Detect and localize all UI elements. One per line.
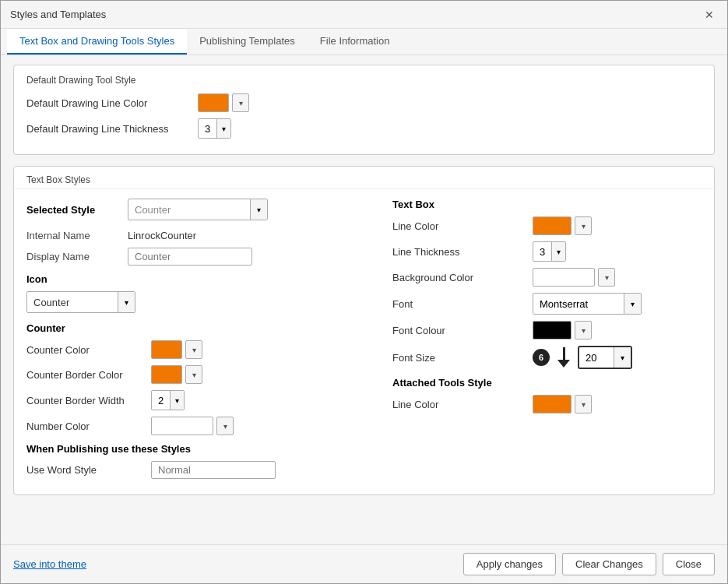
counter-color-control: ▾ <box>151 340 202 359</box>
drawing-line-color-btn[interactable] <box>198 93 229 112</box>
font-colour-row: Font Colour ▾ <box>392 321 702 339</box>
window-title: Styles and Templates <box>10 9 106 20</box>
drawing-line-color-label: Default Drawing Line Color <box>26 97 198 109</box>
counter-border-width-dropdown[interactable]: 2 ▾ <box>151 390 185 410</box>
tbs-left: Selected Style Counter ▾ Internal Name L… <box>26 199 361 485</box>
drawing-line-thickness-dropdown[interactable]: 3 ▾ <box>198 118 231 139</box>
attached-line-color-row: Line Color ▾ <box>392 395 702 413</box>
footer: Save into theme Apply changes Clear Chan… <box>1 544 727 583</box>
display-name-input[interactable] <box>128 248 252 266</box>
clear-changes-button[interactable]: Clear Changes <box>562 553 656 575</box>
line-color-row: Line Color ▾ <box>392 216 702 235</box>
font-colour-arrow[interactable]: ▾ <box>575 321 592 339</box>
tab-text-box[interactable]: Text Box and Drawing Tools Styles <box>7 29 187 55</box>
font-arrow[interactable]: ▾ <box>624 294 641 314</box>
icon-value: Counter <box>27 294 118 311</box>
main-window: Styles and Templates ✕ Text Box and Draw… <box>0 0 728 584</box>
line-color-arrow[interactable]: ▾ <box>575 216 592 235</box>
arrow-stem <box>563 347 565 360</box>
tab-publishing[interactable]: Publishing Templates <box>187 29 308 55</box>
save-into-theme-button[interactable]: Save into theme <box>13 558 86 570</box>
line-color-control: ▾ <box>533 216 592 235</box>
counter-border-width-label: Counter Border Width <box>26 395 151 406</box>
background-color-control: ▾ <box>533 268 615 287</box>
line-color-label: Line Color <box>392 220 533 232</box>
counter-border-color-label: Counter Border Color <box>26 369 151 381</box>
attached-line-color-arrow[interactable]: ▾ <box>575 395 592 413</box>
apply-changes-button[interactable]: Apply changes <box>463 553 556 575</box>
font-size-annotation-badge: 6 <box>533 349 550 366</box>
arrow-head <box>557 360 570 368</box>
counter-border-color-btn[interactable] <box>151 365 182 384</box>
drawing-line-thickness-arrow[interactable]: ▾ <box>216 119 230 138</box>
number-color-control: ▾ <box>151 417 234 435</box>
background-color-btn[interactable] <box>533 268 595 287</box>
font-size-row: Font Size 6 20 ▾ <box>392 346 702 369</box>
font-size-value: 20 <box>579 350 614 366</box>
counter-border-width-arrow[interactable]: ▾ <box>170 391 184 410</box>
font-row: Font Montserrat ▾ <box>392 293 702 315</box>
font-colour-btn[interactable] <box>533 321 571 339</box>
drawing-tool-section: Default Drawing Tool Style Default Drawi… <box>13 65 715 155</box>
attached-tools-heading: Attached Tools Style <box>392 377 702 389</box>
drawing-line-thickness-control: 3 ▾ <box>198 118 231 139</box>
tab-file-info[interactable]: File Information <box>308 29 403 55</box>
font-dropdown[interactable]: Montserrat ▾ <box>533 293 642 315</box>
drawing-line-color-row: Default Drawing Line Color ▾ <box>26 93 702 112</box>
font-size-arrow[interactable]: ▾ <box>614 347 631 368</box>
drawing-line-color-arrow[interactable]: ▾ <box>232 93 249 112</box>
counter-color-label: Counter Color <box>26 344 151 356</box>
selected-style-dropdown[interactable]: Counter ▾ <box>128 199 268 220</box>
drawing-line-thickness-label: Default Drawing Line Thickness <box>26 123 198 135</box>
display-name-label: Display Name <box>26 251 128 262</box>
counter-color-row: Counter Color ▾ <box>26 340 361 359</box>
use-word-style-label: Use Word Style <box>26 464 151 476</box>
number-color-row: Number Color ▾ <box>26 417 361 435</box>
counter-border-width-value: 2 <box>152 393 170 408</box>
number-color-label: Number Color <box>26 420 151 432</box>
line-thickness-arrow[interactable]: ▾ <box>551 242 565 261</box>
number-color-arrow[interactable]: ▾ <box>216 417 234 435</box>
selected-style-row: Selected Style Counter ▾ <box>26 199 361 220</box>
attached-line-color-btn[interactable] <box>533 395 571 413</box>
close-button[interactable]: Close <box>663 553 715 575</box>
icon-dropdown[interactable]: Counter ▾ <box>26 291 135 313</box>
font-value: Montserrat <box>533 295 624 313</box>
internal-name-value: LinrockCounter <box>128 230 196 241</box>
selected-style-label: Selected Style <box>26 204 128 216</box>
internal-name-row: Internal Name LinrockCounter <box>26 230 361 241</box>
selected-style-arrow[interactable]: ▾ <box>250 199 267 220</box>
icon-arrow[interactable]: ▾ <box>118 292 135 312</box>
attached-line-color-control: ▾ <box>533 395 592 413</box>
counter-heading: Counter <box>26 322 361 334</box>
counter-border-color-control: ▾ <box>151 365 202 384</box>
counter-color-btn[interactable] <box>151 340 182 359</box>
font-colour-label: Font Colour <box>392 325 533 336</box>
use-word-style-input[interactable] <box>151 461 276 479</box>
font-size-arrow-indicator <box>556 346 571 369</box>
drawing-line-thickness-value: 3 <box>199 121 216 136</box>
window-close-button[interactable]: ✕ <box>701 6 718 23</box>
attached-line-color-label: Line Color <box>392 399 533 410</box>
counter-border-color-row: Counter Border Color ▾ <box>26 365 361 384</box>
display-name-row: Display Name <box>26 248 361 266</box>
line-thickness-dropdown[interactable]: 3 ▾ <box>533 241 566 262</box>
publish-heading: When Publishing use these Styles <box>26 443 361 455</box>
number-color-btn[interactable] <box>151 417 213 435</box>
text-box-heading: Text Box <box>392 199 702 210</box>
internal-name-label: Internal Name <box>26 230 128 241</box>
font-size-label: Font Size <box>392 352 533 364</box>
font-size-dropdown[interactable]: 20 ▾ <box>578 346 632 369</box>
use-word-style-row: Use Word Style <box>26 461 361 479</box>
line-color-btn[interactable] <box>533 216 571 235</box>
drawing-tool-section-title: Default Drawing Tool Style <box>26 75 702 86</box>
font-label: Font <box>392 298 533 310</box>
background-color-arrow[interactable]: ▾ <box>598 268 615 287</box>
tbs-content: Selected Style Counter ▾ Internal Name L… <box>14 189 714 494</box>
text-box-styles-section: Text Box Styles Selected Style Counter ▾ <box>13 166 715 495</box>
counter-color-arrow[interactable]: ▾ <box>185 340 202 359</box>
counter-border-color-arrow[interactable]: ▾ <box>185 365 202 384</box>
line-thickness-label: Line Thickness <box>392 246 533 258</box>
background-color-row: Background Color ▾ <box>392 268 702 287</box>
background-color-label: Background Color <box>392 272 533 283</box>
